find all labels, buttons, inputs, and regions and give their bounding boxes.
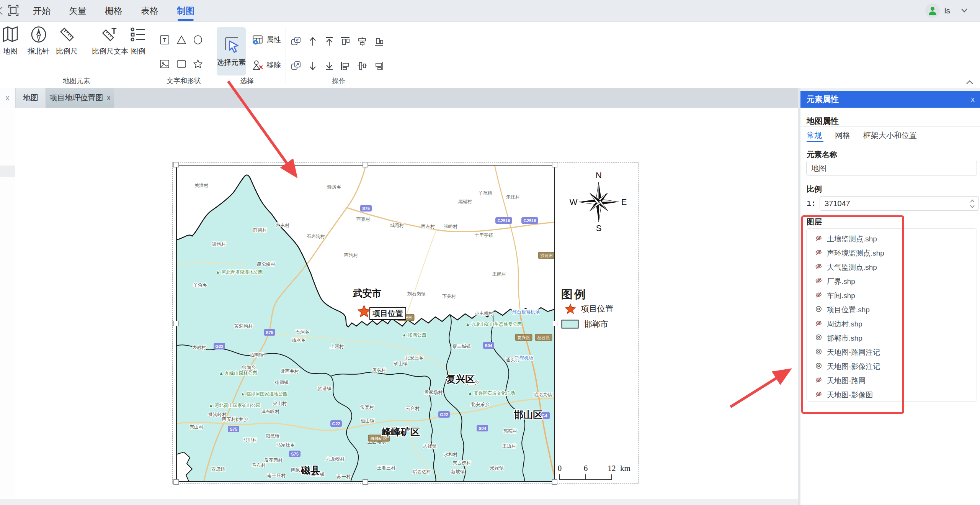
- menu-item-开始[interactable]: 开始: [24, 0, 60, 22]
- align-center-v-icon[interactable]: [356, 60, 368, 72]
- scaletext-button[interactable]: T 比例尺文本: [92, 26, 128, 56]
- svg-text:石岩沟村: 石岩沟村: [306, 234, 325, 239]
- image-icon[interactable]: [159, 59, 170, 69]
- svg-text:昆仑峪村: 昆仑峪村: [257, 261, 275, 267]
- north-arrow-button[interactable]: 指北针: [28, 26, 49, 56]
- move-to-bottom-icon[interactable]: [323, 60, 335, 72]
- tab-close-icon[interactable]: x: [107, 94, 111, 102]
- panel-tab-frame[interactable]: 框架大小和位置: [863, 130, 917, 141]
- main-menu: 开始矢量栅格表格制图: [24, 0, 204, 22]
- element-name-input[interactable]: 地图: [806, 161, 977, 175]
- svg-text:S75: S75: [362, 206, 370, 211]
- svg-text:郭窑村: 郭窑村: [503, 428, 517, 434]
- selection-handle-nw[interactable]: [173, 162, 179, 167]
- ribbon-divider: [389, 27, 389, 82]
- bring-forward-icon[interactable]: [290, 60, 302, 72]
- svg-text:沙河市: 沙河市: [541, 253, 553, 258]
- selection-handle-sw[interactable]: [173, 479, 179, 485]
- menu-item-制图[interactable]: 制图: [168, 0, 204, 22]
- align-left-icon[interactable]: [340, 60, 351, 72]
- svg-text:磁县: 磁县: [301, 465, 320, 475]
- group-map-elements: 地图元素: [46, 76, 107, 85]
- svg-text:复兴区: 复兴区: [446, 374, 475, 384]
- svg-text:永和村: 永和村: [444, 452, 457, 457]
- svg-text:羊范镇: 羊范镇: [479, 190, 492, 196]
- fullscreen-frame-icon[interactable]: [8, 4, 19, 17]
- ribbon-divider: [286, 27, 286, 82]
- selection-handle-se[interactable]: [552, 479, 557, 485]
- move-to-top-icon[interactable]: [323, 36, 335, 47]
- menu-item-栅格[interactable]: 栅格: [96, 0, 132, 22]
- selection-handle-ne[interactable]: [552, 162, 557, 167]
- panel-title: 元素属性: [807, 94, 839, 105]
- scaletext-label: 比例尺文本: [92, 46, 128, 56]
- properties-button[interactable]: 属性: [252, 34, 281, 46]
- svg-text:西安村: 西安村: [222, 416, 236, 422]
- menu-item-表格[interactable]: 表格: [132, 0, 168, 22]
- svg-text:治陶镇: 治陶镇: [250, 352, 263, 357]
- text-box-icon[interactable]: T: [159, 34, 170, 45]
- legend-button[interactable]: 图例: [129, 26, 147, 56]
- move-up-icon[interactable]: [307, 36, 318, 47]
- align-top-icon[interactable]: [340, 36, 351, 47]
- select-element-button[interactable]: 选择元素: [217, 27, 246, 75]
- legend-title: 图例: [561, 287, 587, 302]
- legend-label: 图例: [131, 46, 145, 56]
- svg-text:王看三村: 王看三村: [377, 465, 395, 471]
- ellipse-shape-icon[interactable]: [193, 34, 203, 45]
- selection-handle-s[interactable]: [363, 479, 368, 485]
- panel-tab-general[interactable]: 常规: [807, 130, 822, 141]
- select-cursor-icon: [223, 35, 240, 54]
- send-backward-icon[interactable]: [290, 36, 302, 47]
- svg-text:苦洞沟村: 苦洞沟村: [234, 323, 253, 329]
- svg-text:S04: S04: [485, 343, 492, 348]
- panel-close-icon[interactable]: x: [971, 95, 975, 104]
- collapse-ribbon-icon[interactable]: [965, 79, 975, 85]
- svg-text:S75: S75: [266, 330, 273, 335]
- project-location-star: [358, 305, 371, 318]
- svg-text:▲ 临漳河国家湿地公园: ▲ 临漳河国家湿地公园: [240, 391, 287, 397]
- tab-map[interactable]: 地图: [16, 88, 45, 108]
- avatar: [925, 3, 940, 18]
- rectangle-shape-icon[interactable]: [176, 59, 187, 69]
- svg-text:E: E: [621, 197, 627, 207]
- spinner-arrows-icon[interactable]: [969, 198, 975, 210]
- ribbon: 地图 指北针 比例尺 T 比例尺文本 图例 地图元素 T 文字和形状 选择元素 …: [0, 22, 980, 88]
- svg-text:S04: S04: [479, 426, 486, 431]
- remove-button[interactable]: 移除: [252, 59, 281, 71]
- svg-text:S: S: [596, 223, 602, 233]
- svg-text:大社镇: 大社镇: [423, 443, 437, 449]
- menu-item-矢量[interactable]: 矢量: [60, 0, 96, 22]
- triangle-shape-icon[interactable]: [176, 34, 187, 45]
- svg-text:N: N: [596, 171, 602, 180]
- svg-text:张峪村: 张峪村: [444, 224, 457, 229]
- map-image: 关漳村蜂房乡黑硝村朱庄村羊范镇西寨村城湾村西左村张峪村十里亭镇石岩沟村大屯村前渠…: [176, 165, 555, 482]
- map-frame[interactable]: 关漳村蜂房乡黑硝村朱庄村羊范镇西寨村城湾村西左村张峪村十里亭镇石岩沟村大屯村前渠…: [176, 165, 555, 482]
- menu-bar: 开始矢量栅格表格制图 ls: [0, 0, 980, 22]
- align-center-h-icon[interactable]: [356, 36, 368, 47]
- map-element-button[interactable]: 地图: [2, 26, 19, 56]
- scalebar-button[interactable]: 比例尺: [56, 26, 78, 56]
- selection-handle-n[interactable]: [363, 162, 368, 167]
- selection-handle-w[interactable]: [173, 321, 179, 326]
- star-shape-icon[interactable]: [193, 59, 203, 69]
- tab-project-location-map[interactable]: 项目地理位置图 x: [46, 88, 114, 108]
- align-right-icon[interactable]: [373, 60, 385, 72]
- svg-text:小屯桥村: 小屯桥村: [475, 311, 493, 316]
- user-area[interactable]: ls: [925, 3, 974, 18]
- tab-strip-close[interactable]: x: [0, 88, 15, 108]
- move-down-icon[interactable]: [307, 60, 318, 72]
- scalebar-icon: [58, 26, 76, 43]
- panel-tabs: 常规 网格 框架大小和位置: [807, 130, 917, 141]
- align-bottom-icon[interactable]: [373, 36, 385, 47]
- panel-divider: [800, 142, 980, 142]
- chevron-down-icon[interactable]: [955, 8, 974, 14]
- svg-text:贺进镇: 贺进镇: [318, 386, 332, 391]
- svg-text:苏一村: 苏一村: [337, 474, 351, 479]
- scale-spinner-input[interactable]: 371047: [820, 196, 979, 211]
- selection-handle-e[interactable]: [552, 321, 557, 326]
- svg-text:东山村: 东山村: [189, 424, 203, 430]
- panel-tab-grid[interactable]: 网格: [835, 130, 850, 141]
- legend-item-handan: 邯郸市: [561, 319, 608, 330]
- north-arrow-label: 指北针: [28, 46, 49, 56]
